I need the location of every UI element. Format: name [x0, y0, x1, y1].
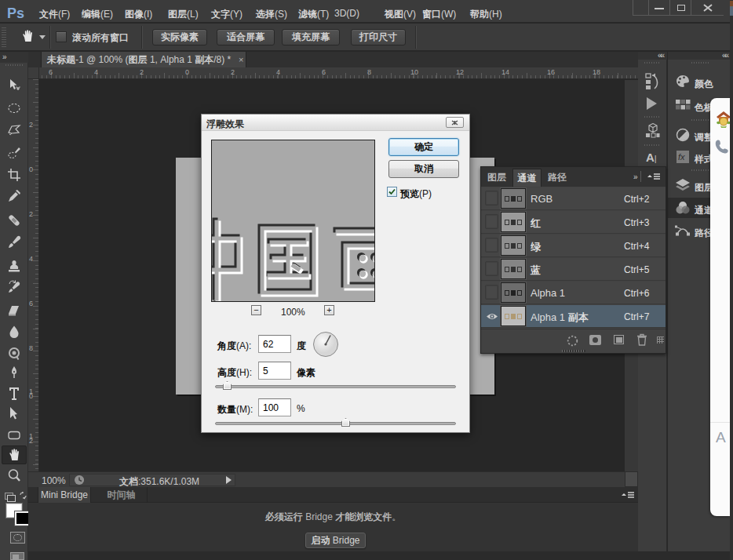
svg-text:fx: fx — [678, 152, 685, 162]
